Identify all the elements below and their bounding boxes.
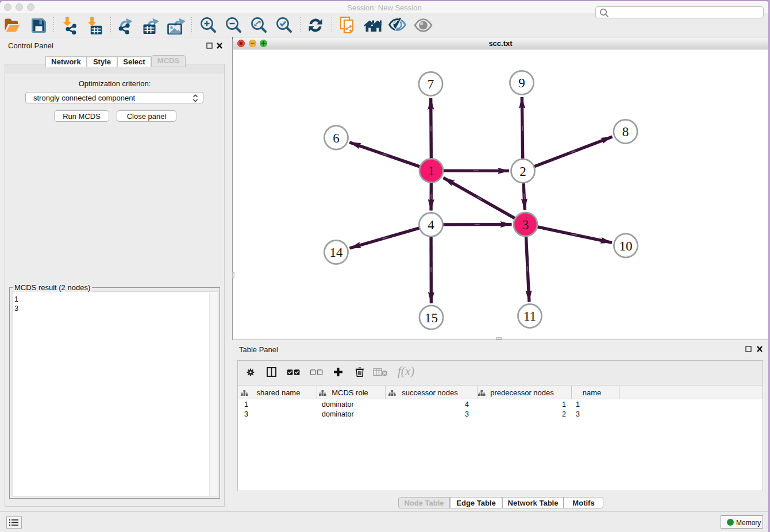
svg-text:10: 10 <box>619 239 633 253</box>
svg-text:14: 14 <box>330 245 344 260</box>
svg-text:2: 2 <box>519 164 526 179</box>
svg-text:7: 7 <box>428 77 434 91</box>
svg-text:4: 4 <box>428 218 434 232</box>
svg-text:15: 15 <box>425 311 438 325</box>
svg-text:11: 11 <box>523 309 536 323</box>
svg-text:1: 1 <box>428 164 435 178</box>
svg-text:6: 6 <box>333 131 340 145</box>
svg-text:9: 9 <box>518 76 525 90</box>
svg-text:3: 3 <box>522 218 529 232</box>
svg-text:8: 8 <box>622 125 629 139</box>
